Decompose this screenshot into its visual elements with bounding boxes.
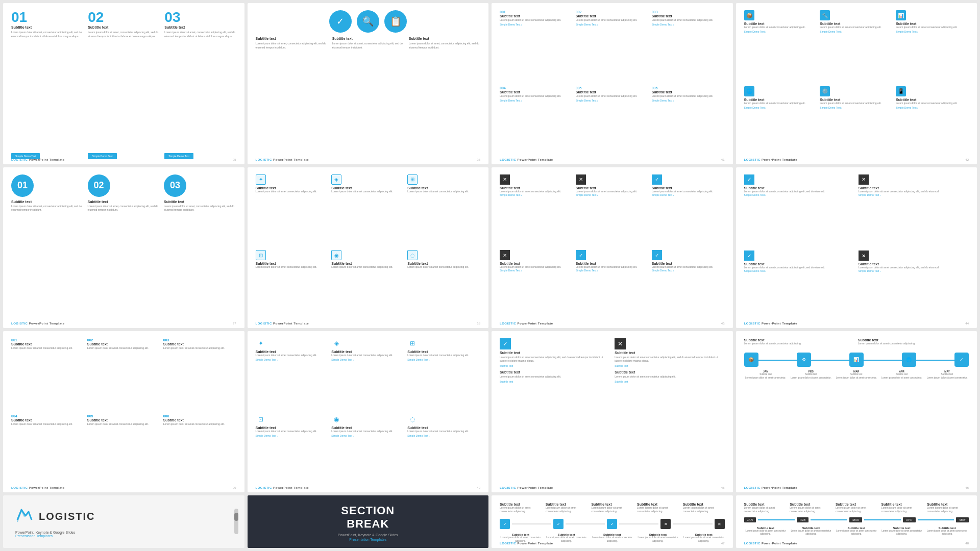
col-item-3: 03 Subtitle text Lorem ipsum dolor sit a… (164, 10, 236, 159)
subtitle: Subtitle text (744, 338, 855, 342)
body-2: Lorem ipsum dolor sit amet consectetur a… (615, 375, 724, 379)
timeline-dot-2: ⚙ (797, 353, 811, 367)
subtitle: Subtitle text (500, 351, 609, 355)
link[interactable]: Simple Demo Text › (500, 23, 573, 26)
link[interactable]: Simple Demo Text › (407, 358, 480, 361)
link[interactable]: Simple Demo Text › (744, 269, 854, 272)
three-col-content: 01 Subtitle text Lorem ipsum dolor sit a… (11, 10, 236, 159)
link[interactable]: Simple Demo Text › (652, 269, 725, 272)
section-link[interactable]: Presentation Templates (349, 538, 386, 541)
link[interactable]: Simple Demo Text › (652, 23, 725, 26)
icon-col-3: Subtitle text Lorem ipsum dolor sit amet… (409, 37, 480, 49)
x-icon-2: ✕ (859, 174, 869, 185)
slide-footer: LOGISTIC PowerPoint Template 39 (11, 486, 236, 489)
body: Lorem ipsum dolor sit amet consectetur a… (896, 26, 969, 29)
circle-03: 03 (164, 174, 186, 197)
subtitle: Subtitle text (820, 98, 893, 102)
grid-item-2: ✕ Subtitle text Lorem ipsum dolor sit am… (859, 174, 969, 247)
num-006: 006 (652, 86, 725, 90)
subtitle: Subtitle text (591, 503, 633, 506)
icon-1: ✦ (256, 338, 266, 348)
link[interactable]: Simple Demo Text › (576, 99, 649, 102)
slide-43: ✕ Subtitle text Lorem ipsum dolor sit am… (492, 167, 733, 329)
tl-line (864, 519, 901, 520)
body: Lorem ipsum dolor sit amet consectetur a… (859, 266, 969, 269)
link[interactable]: Simple Demo Text › (331, 358, 404, 361)
link[interactable]: Simple Demo Text › (859, 269, 969, 272)
link[interactable]: Simple Demo Text › (744, 30, 817, 33)
grid-item-5: ✓ Subtitle text Lorem ipsum dolor sit am… (576, 250, 649, 323)
link-2[interactable]: Subtitle text (615, 380, 724, 383)
icon-6: ◌ (407, 414, 418, 424)
subtitle: Subtitle text (500, 90, 573, 94)
section-break-slide: SECTIONBREAK PowerPoint, Keynote & Googl… (248, 495, 489, 548)
link[interactable]: Simple Demo Text › (652, 193, 725, 196)
subtitle: Subtitle text (790, 503, 831, 506)
link[interactable]: Simple Demo Text › (896, 30, 969, 33)
number-03: 03 (164, 10, 236, 24)
link[interactable]: Simple Demo Text › (576, 193, 649, 196)
link[interactable]: Simple Demo Text › (820, 106, 893, 109)
grid-item-6: 📱 Subtitle text Lorem ipsum dolor sit am… (896, 86, 969, 159)
three-col-circles: 01 Subtitle text Lorem ipsum dolor sit a… (11, 174, 236, 323)
subtitle: Subtitle text (407, 262, 480, 265)
timeline-row: ✓ ✓ ✓ ✕ ✕ (500, 519, 725, 529)
subtitle: Subtitle text (744, 22, 817, 26)
footer-num: 36 (477, 158, 480, 161)
link[interactable]: Simple Demo Text › (407, 434, 480, 437)
link[interactable]: Simple Demo Text › (744, 106, 817, 109)
link[interactable]: Simple Demo Text › (576, 23, 649, 26)
tl-item-apr: APR Subtitle text Lorem ipsum dolor sit … (880, 370, 923, 380)
tl-item-jan: JAN Subtitle text Lorem ipsum dolor sit … (744, 370, 788, 380)
body: Lorem ipsum dolor sit amet consectetur a… (683, 506, 725, 513)
link[interactable]: Simple Demo Text › (859, 193, 969, 196)
icon-2: ◈ (331, 338, 341, 348)
body: Lorem ipsum dolor sit amet consectetur a… (744, 342, 855, 345)
footer-num: 40 (477, 486, 480, 489)
tl-x-5: ✕ (715, 519, 725, 529)
link[interactable]: Simple Demo Text › (500, 99, 573, 102)
grid-item-6: ◌ Subtitle text Lorem ipsum dolor sit am… (407, 414, 480, 487)
timeline-content: Subtitle text Lorem ipsum dolor sit amet… (744, 338, 969, 487)
slide-footer: LOGISTIC PowerPoint Template 36 (256, 158, 481, 161)
body: Lorem ipsum dolor sit amet consectetur a… (591, 506, 633, 513)
link[interactable]: Subtitle text (500, 364, 609, 367)
num: 002 (87, 338, 160, 342)
tl-item-may: MAY Subtitle text Lorem ipsum dolor sit … (925, 370, 969, 380)
slide-footer: LOGISTIC PowerPoint Template 43 (500, 322, 725, 325)
tl-item-mar: MAR Subtitle text Lorem ipsum dolor sit … (835, 370, 878, 380)
link[interactable]: Simple Demo Text › (896, 106, 969, 109)
tl-line (619, 523, 658, 524)
timeline-dot-3: 📊 (849, 353, 864, 367)
grid-item-1: ✦ Subtitle text Lorem ipsum dolor sit am… (256, 338, 329, 411)
scroll-bar[interactable] (234, 509, 238, 534)
grid-item-2: ◈ Subtitle text Lorem ipsum dolor sit am… (331, 174, 404, 247)
circle-01: 01 (11, 174, 34, 197)
subtitle: Subtitle text (163, 342, 236, 346)
link[interactable]: Simple Demo Text › (576, 269, 649, 272)
logo-link[interactable]: Presentation Templates (15, 534, 53, 538)
body: Lorem ipsum dolor sit amet consectetur a… (331, 190, 404, 193)
footer-num: 48 (965, 542, 969, 545)
link-2[interactable]: Subtitle text (500, 380, 609, 383)
link[interactable]: Simple Demo Text › (256, 434, 329, 437)
link[interactable]: Simple Demo Text › (744, 193, 854, 196)
link[interactable]: Simple Demo Text › (331, 434, 404, 437)
body: Lorem ipsum dolor sit amet consectetur a… (881, 506, 923, 513)
link[interactable]: Simple Demo Text › (500, 193, 573, 196)
grid-item-3: ✓ Subtitle text Lorem ipsum dolor sit am… (652, 174, 725, 247)
link[interactable]: Subtitle text (615, 364, 724, 367)
subtitle: Subtitle text (576, 90, 649, 94)
icon-3: ⊞ (407, 174, 418, 185)
link[interactable]: Simple Demo Text › (256, 358, 329, 361)
link[interactable]: Simple Demo Text › (652, 99, 725, 102)
grid-item-5: ◉ Subtitle text Lorem ipsum dolor sit am… (331, 414, 404, 487)
grid-item-2: 🔧 Subtitle text Lorem ipsum dolor sit am… (820, 10, 893, 83)
logo-slide: LOGISTIC PowerPoint, Keynote & Google Sl… (3, 495, 244, 548)
subtitle: Subtitle text (859, 262, 969, 266)
grid-item-5: 005 Subtitle text Lorem ipsum dolor sit … (87, 414, 160, 487)
link[interactable]: Simple Demo Text › (820, 30, 893, 33)
link[interactable]: Simple Demo Text › (500, 269, 573, 272)
tl-line (566, 523, 605, 524)
slide-footer: LOGISTIC PowerPoint Template 47 (500, 542, 725, 545)
